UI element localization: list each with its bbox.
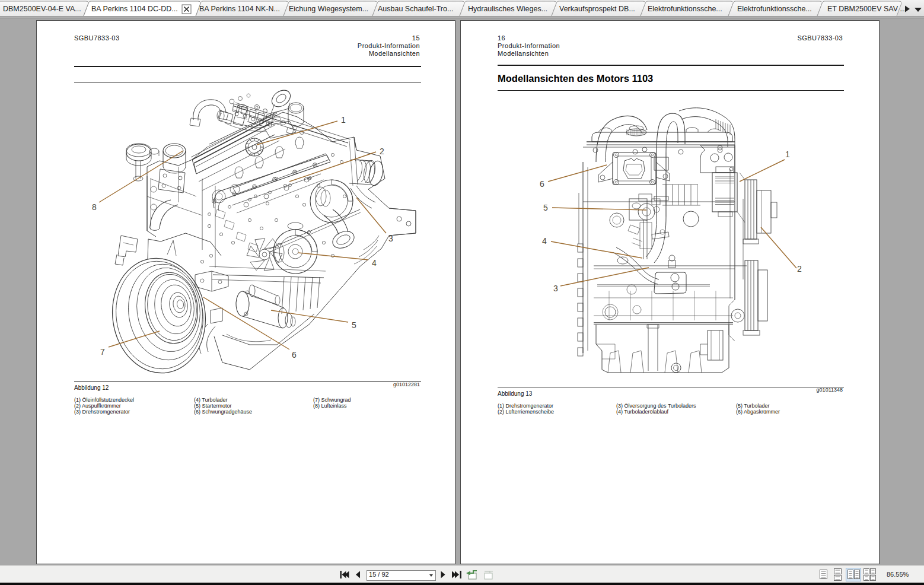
svg-text:Eichung Wiegesystem...: Eichung Wiegesystem... [289,5,368,13]
svg-text:3: 3 [388,234,393,243]
svg-text:1: 1 [341,115,346,125]
svg-text:5: 5 [352,320,356,330]
svg-text:BA Perkins 1104 NK-N...: BA Perkins 1104 NK-N... [199,5,280,13]
svg-text:6: 6 [540,179,544,189]
svg-text:5: 5 [543,203,548,212]
svg-text:Elektrofunktionssche...: Elektrofunktionssche... [737,5,812,13]
svg-text:7: 7 [100,347,105,357]
svg-text:3: 3 [553,284,558,293]
svg-text:1: 1 [785,150,790,159]
svg-text:ET DBM2500EV SAV ...: ET DBM2500EV SAV ... [827,5,906,13]
svg-text:Verkaufsprospekt DB...: Verkaufsprospekt DB... [559,5,635,13]
svg-text:4: 4 [372,258,377,268]
svg-text:BA Perkins 1104 DC-DD...: BA Perkins 1104 DC-DD... [91,5,178,13]
svg-text:Hydraulisches Wieges...: Hydraulisches Wieges... [468,5,547,13]
svg-text:2: 2 [797,264,802,274]
svg-text:DBM2500EV-04-E VA...: DBM2500EV-04-E VA... [3,5,81,13]
svg-text:4: 4 [542,236,547,246]
svg-text:Elektrofunktionssche...: Elektrofunktionssche... [648,5,722,13]
svg-text:2: 2 [380,147,384,156]
svg-text:6: 6 [292,350,297,360]
svg-text:8: 8 [92,202,97,212]
svg-text:Ausbau Schaufel-Tro...: Ausbau Schaufel-Tro... [378,5,453,13]
